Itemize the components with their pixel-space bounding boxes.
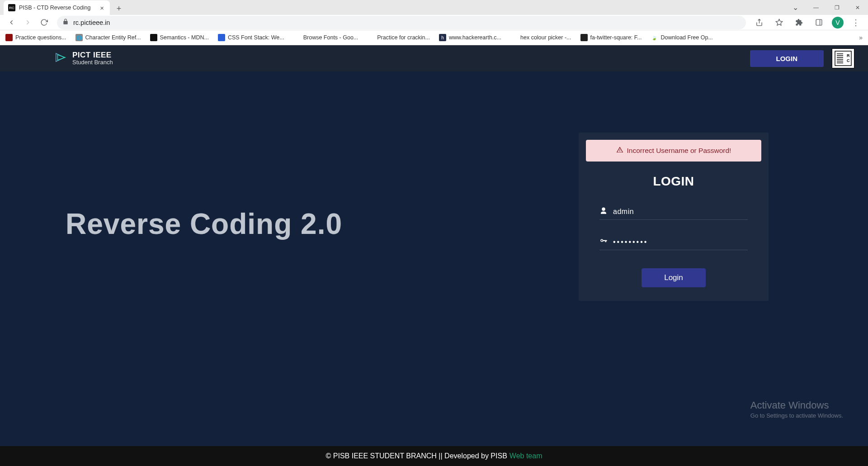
forward-button[interactable] <box>21 16 34 29</box>
profile-avatar[interactable]: V <box>832 17 844 29</box>
windows-activation-watermark: Activate Windows Go to Settings to activ… <box>750 399 843 419</box>
error-text: Incorrect Username or Password! <box>627 147 731 155</box>
site-navbar: PICT IEEE Student Branch LOGIN RC <box>0 45 868 71</box>
url-text: rc.pictieee.in <box>73 19 110 26</box>
bookmark-favicon <box>150 34 157 41</box>
lock-icon <box>62 19 69 26</box>
bookmark-item[interactable]: hwww.hackerearth.c... <box>439 34 501 41</box>
svg-marker-1 <box>776 19 782 25</box>
bookmark-favicon <box>293 34 301 41</box>
svg-text:C: C <box>847 58 850 63</box>
login-submit-button[interactable]: Login <box>642 268 706 287</box>
window-controls: ⌄ ― ❐ ✕ <box>785 0 868 15</box>
bookmark-label: Browse Fonts - Goo... <box>303 34 359 41</box>
hero-title: Reverse Coding 2.0 <box>66 207 342 241</box>
watermark-title: Activate Windows <box>750 399 843 411</box>
close-window-button[interactable]: ✕ <box>847 0 868 15</box>
bookmark-label: hex colour picker -... <box>520 34 571 41</box>
minimize-button[interactable]: ― <box>806 0 826 15</box>
bookmark-label: fa-twitter-square: F... <box>590 34 642 41</box>
svg-text:R: R <box>847 53 850 58</box>
browser-tab-strip: RC PISB - CTD Reverse Coding × + ⌄ ― ❐ ✕ <box>0 0 868 15</box>
bookmark-item[interactable]: CSS Font Stack: We... <box>218 34 284 41</box>
bookmark-favicon: h <box>439 34 446 41</box>
browser-toolbar: rc.pictieee.in V ⋮ <box>0 15 868 30</box>
bookmark-item[interactable]: Semantics - MDN... <box>150 34 209 41</box>
tab-title: PISB - CTD Reverse Coding <box>19 5 95 11</box>
warning-icon <box>616 146 623 155</box>
footer-webteam-link[interactable]: Web team <box>509 452 542 460</box>
bookmark-label: CSS Font Stack: We... <box>228 34 284 41</box>
bookmark-item[interactable]: Practice for crackin... <box>367 34 430 41</box>
bookmark-favicon <box>218 34 225 41</box>
bookmark-item[interactable]: fa-twitter-square: F... <box>580 34 642 41</box>
browser-menu-icon[interactable]: ⋮ <box>850 18 862 28</box>
close-tab-icon[interactable]: × <box>99 4 105 12</box>
password-input[interactable] <box>613 238 748 246</box>
bookmark-favicon <box>580 34 588 41</box>
bookmark-favicon: G <box>510 34 518 41</box>
username-input[interactable] <box>613 208 748 216</box>
bookmark-favicon: 🌐 <box>75 34 83 41</box>
reload-button[interactable] <box>37 16 51 29</box>
key-icon <box>599 237 608 247</box>
bookmark-favicon <box>5 34 13 41</box>
bookmark-label: Download Free Op... <box>660 34 712 41</box>
bookmark-label: Practice for crackin... <box>377 34 430 41</box>
main-content: Reverse Coding 2.0 Incorrect Username or… <box>0 71 868 446</box>
bookmark-star-icon[interactable] <box>772 16 786 29</box>
brand-subtitle: Student Branch <box>72 59 113 66</box>
user-icon <box>599 207 608 217</box>
bookmark-item[interactable]: 🍃Download Free Op... <box>651 34 712 41</box>
svg-rect-2 <box>816 19 822 25</box>
maximize-button[interactable]: ❐ <box>826 0 847 15</box>
nav-rc-badge[interactable]: RC <box>832 48 854 68</box>
bookmarks-overflow-icon[interactable]: » <box>859 34 863 41</box>
nav-login-button[interactable]: LOGIN <box>750 50 824 67</box>
login-heading: LOGIN <box>586 174 761 189</box>
site-footer: © PISB IEEE STUDENT BRANCH || Developed … <box>0 446 868 466</box>
bookmark-favicon <box>367 34 374 41</box>
brand-logo-icon <box>54 51 68 66</box>
sidepanel-icon[interactable] <box>812 16 826 29</box>
bookmark-item[interactable]: Browse Fonts - Goo... <box>293 34 359 41</box>
watermark-subtitle: Go to Settings to activate Windows. <box>750 412 843 419</box>
login-card: Incorrect Username or Password! LOGIN <box>579 133 769 301</box>
bookmark-favicon: 🍃 <box>651 34 658 41</box>
share-icon[interactable] <box>752 16 766 29</box>
footer-text: © PISB IEEE STUDENT BRANCH || Developed … <box>326 452 507 460</box>
bookmark-label: www.hackerearth.c... <box>449 34 501 41</box>
bookmark-label: Semantics - MDN... <box>160 34 209 41</box>
extensions-icon[interactable] <box>792 16 806 29</box>
back-button[interactable] <box>5 16 18 29</box>
bookmark-item[interactable]: Ghex colour picker -... <box>510 34 571 41</box>
password-field <box>599 237 748 250</box>
bookmark-item[interactable]: Practice questions... <box>5 34 66 41</box>
brand-title: PICT IEEE <box>72 51 113 60</box>
bookmark-label: Practice questions... <box>15 34 66 41</box>
tab-dropdown-icon[interactable]: ⌄ <box>785 0 806 15</box>
new-tab-button[interactable]: + <box>113 2 125 15</box>
error-alert: Incorrect Username or Password! <box>586 140 761 162</box>
address-bar[interactable]: rc.pictieee.in <box>57 16 746 29</box>
tab-favicon: RC <box>8 4 15 11</box>
username-field <box>599 207 748 220</box>
browser-tab[interactable]: RC PISB - CTD Reverse Coding × <box>4 0 110 15</box>
bookmarks-bar: Practice questions...🌐Character Entity R… <box>0 30 868 45</box>
brand[interactable]: PICT IEEE Student Branch <box>54 51 113 66</box>
page-viewport: PICT IEEE Student Branch LOGIN RC Revers… <box>0 45 868 466</box>
bookmark-item[interactable]: 🌐Character Entity Ref... <box>75 34 141 41</box>
bookmark-label: Character Entity Ref... <box>85 34 141 41</box>
